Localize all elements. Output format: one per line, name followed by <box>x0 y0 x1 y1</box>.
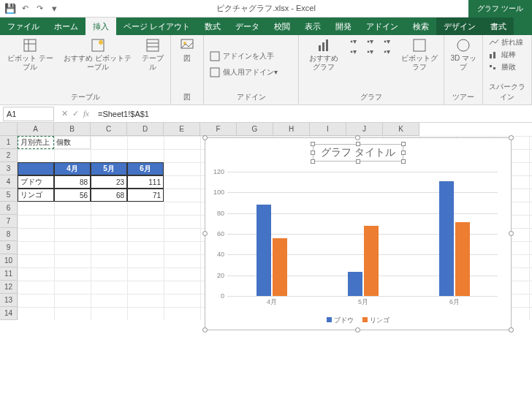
resize-handle[interactable] <box>202 231 208 236</box>
table-button[interactable]: テーブル <box>138 37 167 73</box>
col-header[interactable]: H <box>273 123 310 136</box>
chart-type-icon[interactable]: ▪▾ <box>364 47 380 56</box>
row-header[interactable]: 9 <box>0 241 18 254</box>
resize-handle[interactable] <box>202 135 208 140</box>
row-header[interactable]: 11 <box>0 267 18 281</box>
3d-map-button[interactable]: 3D マップ <box>447 37 479 73</box>
col-header[interactable]: A <box>18 123 54 136</box>
table-cell[interactable]: 23 <box>91 175 127 189</box>
redo-icon[interactable]: ↷ <box>32 1 47 16</box>
formula-input[interactable]: =Sheet1!$A$1 <box>94 110 532 118</box>
recommended-charts-button[interactable]: おすすめ グラフ <box>302 37 346 73</box>
tab-format[interactable]: 書式 <box>483 18 514 35</box>
tab-review[interactable]: 校閲 <box>267 18 297 35</box>
col-header[interactable]: D <box>127 123 164 136</box>
name-box[interactable]: A1 <box>3 107 54 121</box>
row-header[interactable]: 6 <box>0 202 18 215</box>
sparkline-column-button[interactable]: 縦棒 <box>486 49 519 61</box>
table-cell[interactable]: 111 <box>127 175 164 189</box>
tab-developer[interactable]: 開発 <box>328 18 359 35</box>
bar-series2[interactable] <box>364 226 379 296</box>
tab-pagelayout[interactable]: ページ レイアウト <box>116 18 197 35</box>
table-cell[interactable]: 56 <box>54 189 91 202</box>
get-addins-button[interactable]: アドインを入手 <box>207 50 277 62</box>
undo-icon[interactable]: ↶ <box>18 1 32 16</box>
bar-series1[interactable] <box>256 205 271 296</box>
table-header[interactable]: 4月 <box>54 162 91 175</box>
table-header-blank[interactable] <box>18 162 54 175</box>
pivot-chart-button[interactable]: ピボットグラフ <box>398 37 441 73</box>
col-header[interactable]: J <box>346 123 383 136</box>
chart-title[interactable]: グラフ タイトル <box>313 144 403 162</box>
col-header[interactable]: G <box>237 123 273 136</box>
col-header[interactable]: F <box>200 123 237 136</box>
cell-grid[interactable]: 月別売上 個数 4月 5月 6月 ブドウ 88 23 111 リンゴ 56 68… <box>18 136 532 320</box>
row-header[interactable]: 1 <box>0 136 18 149</box>
tab-formulas[interactable]: 数式 <box>197 18 228 35</box>
table-rowname[interactable]: ブドウ <box>18 175 54 189</box>
plot-area[interactable]: 120 100 80 60 40 20 0 4月 5月 <box>227 172 498 296</box>
my-addins-button[interactable]: 個人用アドイン ▾ <box>207 66 281 78</box>
table-rowname[interactable]: リンゴ <box>18 189 54 202</box>
table-cell[interactable]: 71 <box>127 189 164 202</box>
tab-view[interactable]: 表示 <box>297 18 328 35</box>
chart-type-icon[interactable]: ▪▾ <box>347 47 363 56</box>
row-header[interactable]: 5 <box>0 189 18 202</box>
col-header[interactable]: E <box>164 123 200 136</box>
row-header[interactable]: 3 <box>0 162 18 175</box>
row-header[interactable]: 14 <box>0 307 18 320</box>
row-header[interactable]: 8 <box>0 228 18 241</box>
tab-insert[interactable]: 挿入 <box>86 18 116 35</box>
cell-a1-selected[interactable]: 月別売上 <box>18 136 54 149</box>
tab-search[interactable]: 検索 <box>406 18 436 35</box>
table-header[interactable]: 6月 <box>127 162 164 175</box>
row-header[interactable]: 7 <box>0 215 18 228</box>
row-header[interactable]: 13 <box>0 294 18 307</box>
chart-type-icon[interactable]: ▪▾ <box>381 37 397 46</box>
qat-more-icon[interactable]: ▾ <box>47 1 61 16</box>
tab-file[interactable]: ファイル <box>0 18 47 35</box>
row-header[interactable]: 12 <box>0 281 18 294</box>
col-header[interactable]: B <box>54 123 91 136</box>
row-header[interactable]: 4 <box>0 175 18 189</box>
pivot-table-button[interactable]: ピボット テーブル <box>3 37 58 73</box>
resize-handle[interactable] <box>509 135 514 140</box>
tab-addins[interactable]: アドイン <box>359 18 406 35</box>
cell-b1[interactable]: 個数 <box>54 136 91 149</box>
tab-home[interactable]: ホーム <box>47 18 86 35</box>
resize-handle[interactable] <box>202 327 208 332</box>
bar-series1[interactable] <box>348 272 362 296</box>
row-header[interactable]: 2 <box>0 149 18 162</box>
recommended-pivot-button[interactable]: おすすめ ピボットテーブル <box>59 37 137 73</box>
col-header[interactable]: I <box>310 123 346 136</box>
embedded-chart[interactable]: グラフ タイトル 120 100 80 60 40 20 0 <box>205 137 512 330</box>
table-cell[interactable]: 88 <box>54 175 91 189</box>
resize-handle[interactable] <box>355 327 360 332</box>
cancel-icon[interactable]: ✕ <box>61 109 68 118</box>
col-header[interactable]: C <box>91 123 127 136</box>
table-header[interactable]: 5月 <box>91 162 127 175</box>
chart-type-icon[interactable]: ▪▾ <box>381 47 397 56</box>
fx-icon[interactable]: fx <box>83 109 89 118</box>
resize-handle[interactable] <box>509 231 514 236</box>
table-cell[interactable]: 68 <box>91 189 127 202</box>
sparkline-winloss-button[interactable]: 勝敗 <box>486 61 519 73</box>
row-header[interactable]: 10 <box>0 254 18 267</box>
col-header[interactable]: K <box>383 123 419 136</box>
ribbon-group-table: ピボット テーブル おすすめ ピボットテーブル テーブル テーブル <box>0 35 171 104</box>
select-all-corner[interactable] <box>0 123 18 136</box>
chart-type-icon[interactable]: ▪▾ <box>347 37 363 46</box>
bar-series2[interactable] <box>455 222 470 296</box>
chart-legend[interactable]: ブドウ リンゴ <box>327 316 390 325</box>
chart-type-icon[interactable]: ▪▾ <box>364 37 380 46</box>
tab-data[interactable]: データ <box>228 18 267 35</box>
tab-design[interactable]: デザイン <box>436 18 483 35</box>
enter-icon[interactable]: ✓ <box>72 109 79 118</box>
resize-handle[interactable] <box>509 327 514 332</box>
sparkline-line-button[interactable]: 折れ線 <box>486 37 526 48</box>
save-icon[interactable]: 💾 <box>3 1 18 16</box>
illustrations-button[interactable]: 図 <box>174 37 200 64</box>
bar-series1[interactable] <box>439 181 454 296</box>
resize-handle[interactable] <box>355 135 360 140</box>
bar-series2[interactable] <box>273 238 287 296</box>
